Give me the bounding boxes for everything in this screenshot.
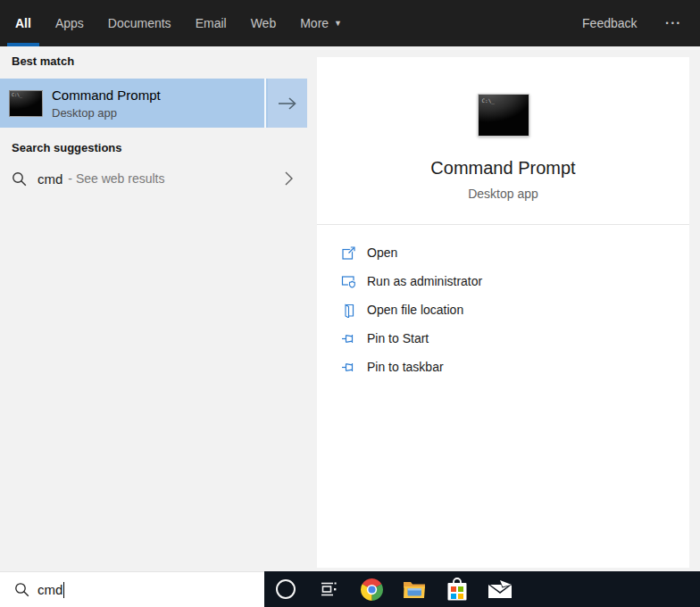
action-label: Pin to Start [367, 331, 429, 345]
tab-more-label: More [300, 16, 329, 30]
search-icon [12, 171, 27, 187]
best-match-text: Command Prompt Desktop app [52, 87, 161, 120]
tab-email-label: Email [196, 16, 227, 30]
tab-apps[interactable]: Apps [47, 0, 92, 46]
chevron-right-icon [284, 170, 294, 187]
open-icon [341, 245, 357, 261]
result-subtitle: Desktop app [52, 106, 161, 120]
pin-icon [341, 331, 357, 346]
cortana-button[interactable] [264, 571, 307, 607]
command-prompt-icon: C:\_ [9, 90, 43, 117]
expand-result-arrow-button[interactable] [268, 79, 307, 128]
action-label: Run as administrator [367, 274, 482, 288]
task-view-button[interactable] [307, 571, 350, 607]
action-pin-to-taskbar[interactable]: Pin to taskbar [317, 353, 689, 381]
action-label: Pin to taskbar [367, 360, 444, 374]
search-input-value: cmd [38, 582, 62, 597]
tab-documents-label: Documents [108, 16, 171, 30]
detail-subtitle: Desktop app [317, 187, 689, 201]
microsoft-store-button[interactable] [436, 571, 479, 607]
topbar-right-group: Feedback ••• [582, 13, 684, 33]
action-run-as-administrator[interactable]: Run as administrator [317, 267, 689, 295]
chrome-button[interactable] [350, 571, 393, 607]
tab-more[interactable]: More ▼ [292, 0, 350, 46]
result-detail-panel: C:\_ Command Prompt Desktop app Open [317, 57, 689, 568]
search-filter-bar: All Apps Documents Email Web More ▼ Feed… [0, 0, 700, 46]
suggestion-hint: - See web results [68, 171, 164, 186]
action-open[interactable]: Open [317, 238, 689, 267]
action-label: Open [367, 245, 397, 260]
admin-shield-icon [341, 274, 357, 289]
tab-email[interactable]: Email [188, 0, 235, 46]
search-input[interactable]: cmd [0, 571, 264, 607]
windows-search-panel: All Apps Documents Email Web More ▼ Feed… [0, 0, 700, 607]
mail-icon [487, 578, 513, 600]
tab-web[interactable]: Web [243, 0, 285, 46]
file-explorer-button[interactable] [393, 571, 436, 607]
detail-title: Command Prompt [317, 158, 689, 179]
suggestion-query: cmd [38, 171, 62, 187]
mail-button[interactable] [479, 571, 521, 607]
action-open-file-location[interactable]: Open file location [317, 295, 689, 324]
right-arrow-icon [277, 96, 298, 112]
tab-web-label: Web [251, 16, 277, 30]
best-match-section-label: Best match [12, 54, 74, 68]
more-options-icon[interactable]: ••• [664, 13, 684, 33]
best-match-result-command-prompt[interactable]: C:\_ Command Prompt Desktop app [0, 79, 307, 128]
action-pin-to-start[interactable]: Pin to Start [317, 324, 689, 353]
action-list: Open Run as administrator [317, 225, 689, 381]
divider [264, 79, 266, 128]
task-view-icon [320, 580, 338, 598]
chrome-icon [361, 578, 383, 601]
pin-icon [341, 360, 357, 375]
command-prompt-icon: C:\_ [478, 94, 529, 137]
cortana-icon [276, 579, 296, 599]
detail-header: C:\_ Command Prompt Desktop app [317, 94, 689, 201]
tab-all[interactable]: All [7, 0, 39, 46]
tab-all-label: All [15, 16, 31, 30]
search-icon [14, 582, 29, 597]
result-title: Command Prompt [52, 87, 161, 104]
search-results-panel: Best match C:\_ Command Prompt Desktop a… [0, 46, 308, 571]
feedback-button[interactable]: Feedback [582, 16, 637, 30]
text-caret [63, 582, 64, 598]
chevron-down-icon: ▼ [334, 19, 342, 28]
file-explorer-icon [403, 579, 426, 599]
tab-apps-label: Apps [55, 16, 84, 30]
tab-documents[interactable]: Documents [100, 0, 179, 46]
search-suggestions-section-label: Search suggestions [12, 141, 122, 154]
action-label: Open file location [367, 303, 463, 317]
file-location-icon [341, 303, 357, 318]
taskbar [264, 571, 700, 607]
suggestion-row-cmd[interactable]: cmd - See web results [0, 161, 308, 196]
microsoft-store-icon [446, 578, 468, 602]
